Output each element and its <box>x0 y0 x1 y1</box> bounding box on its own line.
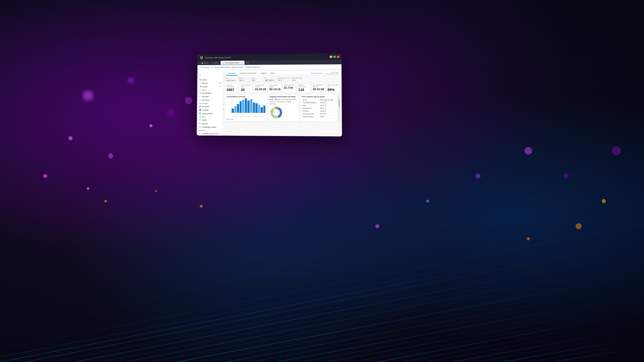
bookmarks-btn[interactable]: 🔖 Bookmarks <box>232 66 243 68</box>
sidebar-item-activities[interactable]: ✓ Activities <box>197 95 223 98</box>
scrollbar-thumb[interactable] <box>339 99 340 107</box>
report-tabs: Summary Ongoing Conversation Agents Voic… <box>225 71 339 76</box>
conv-skill-filter-chevron: ▼ <box>295 79 296 81</box>
svg-rect-53 <box>202 58 203 59</box>
bar-8 <box>253 103 255 113</box>
maximize-btn[interactable] <box>333 56 336 58</box>
recent-icon: 🕐 <box>199 82 201 84</box>
timezone-filter-chevron: ▼ <box>273 79 275 81</box>
sidebar-item-pinned[interactable]: 📌 Pinned ▼ <box>197 85 223 88</box>
filter-conv-status: Conversation status All ▼ <box>277 77 290 81</box>
svg-point-47 <box>375 224 379 228</box>
new-tab-btn[interactable]: + <box>246 61 250 64</box>
filter-timezone: Time GMT -08:00 ▼ <box>264 77 276 81</box>
bar-group-1 <box>234 106 236 113</box>
kpi-row: Incoming conversation 4587 Conversations… <box>225 83 340 93</box>
time-col-header: First response time <box>319 99 336 101</box>
sidebar-item-recent[interactable]: 🕐 Recent ▼ <box>197 81 223 85</box>
bar-10 <box>258 105 260 113</box>
minimize-btn[interactable] <box>330 56 332 58</box>
sidebar: ≡ 🏠 Home 🕐 Recent ▼ 📌 Pinned ▼ <box>197 70 223 135</box>
bar-group-9 <box>255 103 258 113</box>
timezone-filter-select[interactable]: GMT -08:00 ▼ <box>264 79 276 81</box>
svg-point-38 <box>104 200 107 202</box>
activities-icon: ✓ <box>199 96 201 98</box>
show-more-btn[interactable]: Show more <box>226 118 265 120</box>
filter-conv-skill: Conversation skill All ▼ <box>291 77 302 81</box>
svg-point-34 <box>87 187 89 190</box>
sidebar-item-customer-service-history[interactable]: 📈 Customer Service his... <box>197 132 222 135</box>
svg-point-49 <box>475 173 480 178</box>
sidebar-item-dashboards[interactable]: 📊 Dashboards <box>197 91 223 95</box>
bar-group-6 <box>247 101 250 113</box>
sidebar-item-accounts[interactable]: 🏢 Accounts <box>197 105 223 108</box>
donut-container: 32.07 (8%) 42.52 (35%) 11.14 (45%) <box>269 106 298 120</box>
tab-omnichannel[interactable]: 📊 Omnichannel Real-t... ✕ <box>221 61 245 65</box>
bar-7 <box>250 99 252 113</box>
kpi-longest-wait-time: Longest queue wait time 01:03:29 <box>254 83 267 93</box>
update-bookmark-btn[interactable]: ↻ Update bookmark <box>245 66 260 68</box>
sidebar-item-social-profiles[interactable]: 🌐 Social profiles <box>197 112 223 115</box>
queue-filter-select[interactable]: All ▼ <box>251 79 262 81</box>
edit-report-btn[interactable]: ✏️ Edit report <box>199 66 210 68</box>
tab-home[interactable]: 🏠 Home <box>199 61 210 65</box>
checkout-default-report-btn[interactable]: ⬇ Checkout default report <box>211 66 230 68</box>
svg-point-32 <box>185 97 192 104</box>
pinned-arrow-icon: ▼ <box>219 86 221 87</box>
svg-point-45 <box>527 237 530 240</box>
conv-skill-filter-select[interactable]: All ▼ <box>291 79 302 81</box>
my-work-section-label: My Work <box>197 88 223 91</box>
pause-updates-btn[interactable]: ⏸ Pause updates <box>310 72 323 74</box>
tab-summary[interactable]: Summary <box>226 71 237 76</box>
bar-4 <box>242 100 245 113</box>
kpi-service-level: Service level (80 sec) 89% <box>326 83 340 93</box>
sidebar-item-contacts[interactable]: 👤 Contacts <box>197 108 223 112</box>
bar-group-10 <box>258 105 260 113</box>
close-btn[interactable] <box>337 56 339 58</box>
sidebar-item-queues[interactable]: ☰ Queues <box>197 122 223 125</box>
svg-point-44 <box>576 223 582 229</box>
sidebar-item-allcases[interactable]: ≡ All Cases <box>197 98 223 102</box>
bar-3 <box>239 101 242 113</box>
svg-rect-52 <box>200 58 201 59</box>
svg-point-41 <box>525 147 532 155</box>
queue-col-header: Queue ↑ <box>302 99 319 101</box>
sidebar-item-knowledge-articles[interactable]: 📖 Knowledge articles <box>197 125 223 129</box>
conv-status-filter-select[interactable]: All ▼ <box>277 79 290 81</box>
tab-ongoing-conversation[interactable]: Ongoing Conversation <box>237 71 259 75</box>
bar-1 <box>234 106 236 113</box>
recent-arrow-icon: ▼ <box>219 82 221 84</box>
filter-queue: Queue All ▼ <box>251 77 262 81</box>
social-profiles-icon: 🌐 <box>199 112 201 114</box>
filter-row: Time Last 24 hrs ▼ Channel MUL ▼ Queue <box>225 77 340 81</box>
home-icon: 🏠 <box>199 79 201 81</box>
bar-9 <box>255 103 258 113</box>
time-filter-chevron: ▼ <box>234 79 235 81</box>
svg-point-59 <box>273 109 280 116</box>
bar-0 <box>232 109 234 113</box>
sidebar-toggle[interactable]: ≡ <box>197 71 223 77</box>
allcases-icon: ≡ <box>199 99 201 101</box>
customer-service-icon: 📈 <box>199 132 201 134</box>
svg-rect-51 <box>202 57 203 58</box>
action-bar: ✏️ Edit report ⬇ Checkout default report… <box>197 64 342 70</box>
conv-status-filter-chevron: ▼ <box>281 79 282 81</box>
channel-filter-chevron: ▼ <box>243 79 244 81</box>
queue-filter-chevron: ▼ <box>254 79 256 81</box>
bar-6 <box>247 101 250 113</box>
service-section-label: Service <box>197 115 223 118</box>
bar-12 <box>263 106 266 113</box>
first-response-table: Queue ↑ First response time Cancellation… <box>302 99 336 118</box>
fr-table-row-5: Product Inquiry...00:03:... <box>302 115 336 118</box>
sidebar-item-cases[interactable]: 📋 Cases <box>197 118 223 122</box>
charts-row: Conversations over time 300 200 100 0 11… <box>225 94 340 122</box>
fr-table-row-1: Sales00:03:20 <box>302 104 336 107</box>
tab-work[interactable]: ⊕ Work <box>211 61 220 65</box>
tab-agents[interactable]: Agents <box>259 71 268 75</box>
right-scrollbar[interactable] <box>339 94 340 122</box>
tab-voice[interactable]: Voice <box>268 71 277 75</box>
fr-table-row-0: Cancellation/Refund00:03:31 <box>302 101 336 104</box>
channel-filter-select[interactable]: MUL ▼ <box>238 79 250 81</box>
sidebar-item-home[interactable]: 🏠 Home <box>197 78 223 81</box>
time-filter-select[interactable]: Last 24 hrs ▼ <box>225 79 237 82</box>
